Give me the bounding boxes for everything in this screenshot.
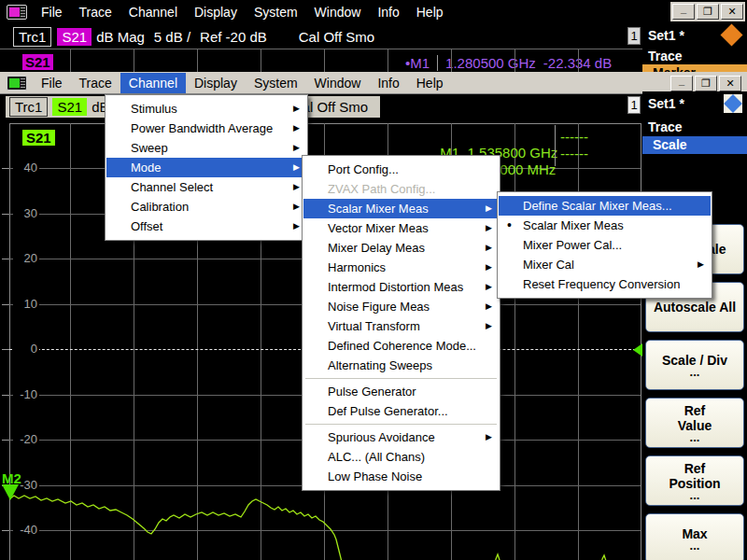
menubar-item-window[interactable]: Window: [306, 2, 370, 22]
menu-item-label: Stimulus: [131, 102, 177, 116]
menu-item-label: Calibration: [131, 200, 189, 214]
menu-item-intermod-distortion-meas[interactable]: Intermod Distortion Meas▶: [303, 277, 499, 297]
menu-item-label: Defined Coherence Mode...: [328, 339, 476, 353]
menubar-item-system[interactable]: System: [246, 2, 306, 22]
restore-icon[interactable]: ❐: [697, 4, 719, 20]
softkey-ellipsis: ...: [690, 541, 700, 551]
menubar-item-display[interactable]: Display: [186, 2, 246, 22]
menu-item-scalar-mixer-meas[interactable]: Scalar Mixer Meas•: [499, 216, 711, 235]
menu-item-channel-select[interactable]: Channel Select▶: [106, 177, 306, 197]
back-marker-name: •M1: [405, 55, 430, 71]
scalar-mixer-meas-submenu: Define Scalar Mixer Meas...Scalar Mixer …: [497, 191, 712, 299]
submenu-arrow-icon: ▶: [293, 99, 300, 119]
menu-item-sweep[interactable]: Sweep▶: [106, 138, 306, 158]
close-icon[interactable]: ✕: [719, 76, 741, 91]
menubar-item-window[interactable]: Window: [306, 73, 370, 93]
menu-item-stimulus[interactable]: Stimulus▶: [106, 99, 306, 119]
menu-item-pulse-generator[interactable]: Pulse Generator: [303, 382, 499, 401]
submenu-arrow-icon: ▶: [486, 238, 492, 258]
menu-item-low-phase-noise[interactable]: Low Phase Noise: [303, 467, 499, 486]
softkey-ellipsis: ...: [690, 433, 700, 442]
submenu-arrow-icon: ▶: [486, 218, 492, 238]
menu-item-label: Vector Mixer Meas: [328, 221, 429, 235]
front-channel-badge: 1: [627, 96, 641, 114]
back-trace-info-bar[interactable]: Trc1 S21 dB Mag 5 dB / Ref -20 dB Cal Of…: [0, 24, 642, 49]
menubar-item-channel[interactable]: Channel: [120, 2, 186, 22]
vertical-gridline: [324, 49, 325, 72]
menu-item-virtual-transform[interactable]: Virtual Transform▶: [303, 316, 499, 336]
menubar-item-channel[interactable]: Channel: [120, 73, 186, 93]
submenu-arrow-icon: ▶: [486, 199, 492, 218]
menu-item-harmonics[interactable]: Harmonics▶: [303, 258, 499, 277]
menu-item-vector-mixer-meas[interactable]: Vector Mixer Meas▶: [303, 218, 499, 238]
menu-item-scalar-mixer-meas[interactable]: Scalar Mixer Meas▶: [303, 199, 499, 218]
front-trace-info-bar[interactable]: Trc1 S21 dB Mag 5 dB / Ref -20 dB Cal Of…: [0, 95, 642, 118]
menu-item-label: Intermod Distortion Meas: [328, 280, 463, 294]
front-setup-name: Set1 *: [648, 96, 684, 111]
front-trace-meas: S21: [52, 98, 87, 116]
menu-item-label: Alternating Sweeps: [328, 358, 432, 372]
menu-item-spurious-avoidance[interactable]: Spurious Avoidance▶: [303, 427, 499, 447]
menubar-item-info[interactable]: Info: [369, 73, 407, 93]
restore-icon[interactable]: ❐: [695, 76, 717, 91]
menu-item-define-scalar-mixer-meas[interactable]: Define Scalar Mixer Meas...: [499, 196, 711, 216]
menu-item-mixer-cal[interactable]: Mixer Cal▶: [499, 255, 711, 274]
submenu-arrow-icon: ▶: [486, 297, 492, 316]
menu-item-label: Reset Frequency Conversion: [523, 277, 680, 291]
menu-item-label: Harmonics: [328, 260, 386, 274]
front-panel-scale-label[interactable]: Scale: [642, 136, 747, 154]
menu-item-def-pulse-generator[interactable]: Def Pulse Generator...: [303, 401, 499, 421]
menu-item-port-config[interactable]: Port Config...: [303, 160, 499, 179]
menu-item-power-bandwidth-average[interactable]: Power Bandwidth Average▶: [106, 119, 306, 138]
marker-table-divider: [555, 125, 556, 166]
submenu-arrow-icon: ▶: [293, 158, 300, 177]
close-icon[interactable]: ✕: [721, 4, 743, 20]
submenu-arrow-icon: ▶: [293, 217, 300, 236]
vna-application: FileTraceChannelDisplaySystemWindowInfoH…: [0, 0, 747, 560]
menubar-item-help[interactable]: Help: [408, 73, 452, 93]
rs-logo-chip: [724, 94, 742, 113]
menu-item-label: Sweep: [131, 141, 168, 155]
submenu-arrow-icon: ▶: [486, 258, 492, 277]
menubar-item-system[interactable]: System: [246, 73, 306, 93]
menu-item-mixer-power-cal[interactable]: Mixer Power Cal...: [499, 235, 711, 255]
menu-separator: [303, 375, 499, 382]
screen-icon: [9, 78, 20, 88]
submenu-arrow-icon: ▶: [293, 197, 300, 217]
softkey-max[interactable]: Max...: [645, 513, 744, 560]
ref-position-arrow-icon: [633, 343, 642, 357]
menu-item-alternating-sweeps[interactable]: Alternating Sweeps: [303, 356, 499, 375]
minimize-icon[interactable]: _: [672, 4, 695, 20]
menu-item-defined-coherence-mode[interactable]: Defined Coherence Mode...: [303, 336, 499, 356]
menubar-item-file[interactable]: File: [33, 2, 71, 22]
menu-item-alc-all-chans[interactable]: ALC... (All Chans): [303, 447, 499, 467]
back-chart-strip: S21 •M1 1.280500 GHz -22.334 dB: [0, 49, 642, 72]
softkey-ellipsis: ...: [690, 368, 700, 377]
trace-polyline: [494, 554, 501, 560]
mode-submenu: Port Config...ZVAX Path Config...Scalar …: [302, 155, 500, 491]
menubar-item-trace[interactable]: Trace: [71, 2, 120, 22]
menu-item-mode[interactable]: Mode▶: [106, 158, 306, 177]
softkey-ref-value[interactable]: RefValue...: [645, 398, 744, 448]
menubar-item-trace[interactable]: Trace: [71, 73, 120, 93]
back-channel-badge: 1: [627, 27, 641, 45]
front-window-app-icon[interactable]: [7, 76, 27, 91]
menu-item-label: Scalar Mixer Meas: [328, 202, 429, 216]
vertical-gridline: [134, 49, 134, 72]
menu-item-mixer-delay-meas[interactable]: Mixer Delay Meas▶: [303, 238, 499, 258]
front-window-menubar: FileTraceChannelDisplaySystemWindowInfoH…: [0, 72, 747, 94]
minimize-icon[interactable]: _: [670, 76, 693, 91]
menubar-item-display[interactable]: Display: [186, 73, 246, 93]
softkey-ref-position[interactable]: RefPosition...: [645, 455, 744, 506]
menubar-item-help[interactable]: Help: [408, 2, 452, 22]
menu-item-offset[interactable]: Offset▶: [106, 217, 306, 236]
menubar-item-file[interactable]: File: [33, 73, 71, 93]
back-window-app-icon[interactable]: [7, 5, 27, 20]
menu-item-noise-figure-meas[interactable]: Noise Figure Meas▶: [303, 297, 499, 316]
menu-item-reset-frequency-conversion[interactable]: Reset Frequency Conversion: [499, 274, 711, 294]
menu-item-calibration[interactable]: Calibration▶: [106, 197, 306, 217]
softkey-scale-div[interactable]: Scale / Div...: [645, 340, 744, 390]
menu-item-zvax-path-config: ZVAX Path Config...: [303, 179, 499, 199]
front-s21-label: S21: [22, 130, 55, 146]
menubar-item-info[interactable]: Info: [369, 2, 407, 22]
